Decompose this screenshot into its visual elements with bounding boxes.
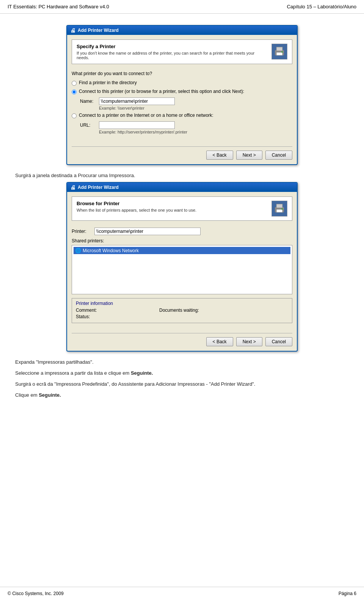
text1: Expanda "Impressoras partilhadas". bbox=[15, 359, 349, 365]
wizard2-header: Browse for Printer When the list of prin… bbox=[72, 196, 292, 221]
wizard2-content: Printer: Shared printers: 🌐 Microsoft Wi… bbox=[72, 226, 292, 327]
docs-label: Documents waiting: bbox=[159, 308, 199, 313]
text3: Surgirá o ecrã da "Impressora Predefinid… bbox=[15, 381, 349, 387]
svg-point-3 bbox=[281, 51, 283, 53]
footer-left: © Cisco Systems, Inc. 2009 bbox=[8, 591, 64, 596]
example1-text: Example: \\server\printer bbox=[99, 106, 292, 110]
text4-prefix: Clique em bbox=[15, 392, 39, 398]
dialog2: 🖨 Add Printer Wizard Browse for Printer … bbox=[66, 182, 298, 352]
wizard1-header: Specify a Printer If you don't know the … bbox=[72, 39, 292, 64]
printer-svg2 bbox=[273, 203, 286, 215]
dialog1-footer: < Back Next > Cancel bbox=[72, 146, 292, 160]
wizard2-section-desc: When the list of printers appears, selec… bbox=[77, 208, 268, 212]
page-header: IT Essentials: PC Hardware and Software … bbox=[0, 0, 364, 14]
printer-info-title: Printer information bbox=[76, 301, 288, 306]
text2: Seleccione a impressora a partir da list… bbox=[15, 370, 349, 376]
radio-internet-printer[interactable] bbox=[72, 113, 77, 118]
dialog2-next-button[interactable]: Next > bbox=[236, 337, 262, 346]
radio-option-3[interactable]: Connect to a printer on the Internet or … bbox=[72, 113, 292, 118]
printer-status-row: Status: bbox=[76, 314, 288, 319]
name-input[interactable] bbox=[99, 97, 175, 105]
wizard1-section-title: Specify a Printer bbox=[77, 44, 268, 49]
printer-comment-row: Comment: Documents waiting: bbox=[76, 308, 288, 313]
dialog1-titlebar: 🖨 Add Printer Wizard bbox=[67, 26, 297, 35]
text2-prefix: Seleccione a impressora a partir da list… bbox=[15, 370, 131, 376]
printer-info-section: Printer information Comment: Documents w… bbox=[72, 298, 292, 323]
dialog1-title: Add Printer Wizard bbox=[78, 28, 119, 33]
example2-text: Example: http://server/printers/myprinte… bbox=[99, 130, 292, 134]
radio-connect-printer-label: Connect to this printer (or to browse fo… bbox=[79, 89, 244, 94]
svg-rect-6 bbox=[276, 209, 282, 212]
dialog2-body: Browse for Printer When the list of prin… bbox=[67, 192, 297, 351]
footer-right: Página 6 bbox=[339, 591, 356, 596]
svg-rect-2 bbox=[276, 52, 282, 55]
radio-find-directory[interactable] bbox=[72, 81, 77, 86]
wizard2-section-title: Browse for Printer bbox=[77, 201, 268, 206]
network-icon: 🌐 bbox=[75, 248, 81, 253]
printer-icon2: 🖨 bbox=[70, 184, 75, 190]
wizard2-icon bbox=[271, 201, 287, 217]
dialog1-back-button[interactable]: < Back bbox=[206, 151, 233, 160]
dialog1-body: Specify a Printer If you don't know the … bbox=[67, 35, 297, 164]
wizard1-question: What printer do you want to connect to? bbox=[72, 71, 292, 76]
between-text: Surgirá a janela destinada a Procurar um… bbox=[15, 173, 349, 178]
page-footer: © Cisco Systems, Inc. 2009 Página 6 bbox=[0, 587, 364, 600]
radio-find-directory-label: Find a printer in the directory bbox=[79, 80, 137, 85]
printer-field-row: Printer: bbox=[72, 228, 292, 235]
printer-icon: 🖨 bbox=[70, 27, 75, 33]
wizard1-header-text: Specify a Printer If you don't know the … bbox=[77, 44, 268, 60]
dialog2-cancel-button[interactable]: Cancel bbox=[265, 337, 292, 346]
dialog2-titlebar: 🖨 Add Printer Wizard bbox=[67, 183, 297, 192]
radio-option-1[interactable]: Find a printer in the directory bbox=[72, 80, 292, 86]
status-label: Status: bbox=[76, 314, 114, 319]
comment-label: Comment: bbox=[76, 308, 114, 313]
header-right: Capítulo 15 – Laboratório/Aluno bbox=[287, 4, 356, 9]
url-input[interactable] bbox=[99, 121, 175, 129]
dialog1-next-button[interactable]: Next > bbox=[236, 151, 262, 160]
wizard1-icon bbox=[271, 44, 287, 60]
dialog2-back-button[interactable]: < Back bbox=[206, 337, 233, 346]
tree-item-label: Microsoft Windows Network bbox=[83, 248, 139, 253]
radio-internet-printer-label: Connect to a printer on the Internet or … bbox=[79, 113, 213, 118]
name-label: Name: bbox=[80, 99, 99, 104]
text2-bold: Seguinte. bbox=[131, 370, 153, 376]
shared-printers-label: Shared printers: bbox=[72, 238, 292, 243]
shared-printers-tree[interactable]: 🌐 Microsoft Windows Network bbox=[72, 245, 292, 294]
svg-point-7 bbox=[281, 208, 283, 210]
wizard2-header-text: Browse for Printer When the list of prin… bbox=[77, 201, 268, 212]
dialog2-footer: < Back Next > Cancel bbox=[72, 333, 292, 346]
printer-field-label: Printer: bbox=[72, 229, 94, 234]
dialog2-title: Add Printer Wizard bbox=[78, 185, 119, 190]
wizard1-content: What printer do you want to connect to? … bbox=[72, 69, 292, 140]
main-content: 🖨 Add Printer Wizard Specify a Printer I… bbox=[0, 21, 364, 409]
name-input-row: Name: bbox=[80, 97, 292, 105]
radio-option-2[interactable]: Connect to this printer (or to browse fo… bbox=[72, 89, 292, 94]
text4: Clique em Seguinte. bbox=[15, 392, 349, 398]
text4-bold: Seguinte. bbox=[39, 392, 61, 398]
wizard1-section-desc: If you don't know the name or address of… bbox=[77, 51, 268, 60]
tree-item-windows-network[interactable]: 🌐 Microsoft Windows Network bbox=[74, 247, 290, 254]
printer-field-input[interactable] bbox=[94, 228, 201, 235]
svg-rect-1 bbox=[276, 47, 282, 51]
printer-svg bbox=[273, 46, 286, 58]
svg-rect-5 bbox=[276, 204, 282, 208]
radio-connect-printer[interactable] bbox=[72, 90, 77, 94]
url-input-row: URL: bbox=[80, 121, 292, 129]
url-label: URL: bbox=[80, 123, 99, 128]
header-left: IT Essentials: PC Hardware and Software … bbox=[8, 4, 109, 9]
dialog1: 🖨 Add Printer Wizard Specify a Printer I… bbox=[66, 25, 298, 165]
dialog1-cancel-button[interactable]: Cancel bbox=[265, 151, 292, 160]
